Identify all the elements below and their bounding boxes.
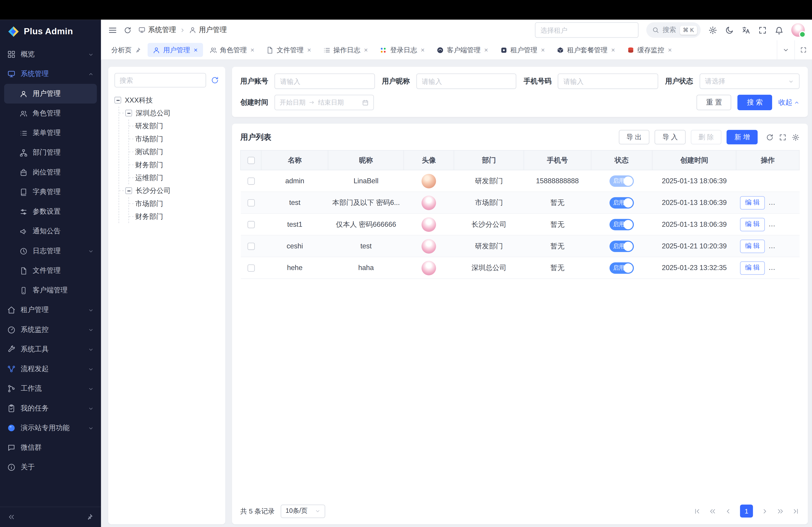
delete-button[interactable]: 删 除 xyxy=(770,217,795,231)
sidebar-item-workflow[interactable]: 工作流 xyxy=(0,379,101,398)
sidebar-toggle-icon[interactable] xyxy=(108,26,117,34)
close-icon[interactable]: × xyxy=(307,47,311,54)
status-toggle[interactable]: 启用 xyxy=(609,197,634,209)
fullscreen-icon[interactable] xyxy=(758,26,767,34)
select-all-checkbox[interactable] xyxy=(247,157,255,164)
global-search[interactable]: 搜索 ⌘ K xyxy=(646,22,700,38)
tab-analysis[interactable]: 分析页 xyxy=(106,43,146,57)
tab-tenant-package[interactable]: 租户套餐管理 × xyxy=(551,43,620,57)
sidebar-item-post-management[interactable]: 岗位管理 xyxy=(0,163,101,182)
sidebar-item-param-settings[interactable]: 参数设置 xyxy=(0,202,101,221)
table-row[interactable]: hehe haha 深圳总公司 暂无 启用 2025-01-23 13:32:3… xyxy=(241,257,799,278)
table-row[interactable]: test 本部门及以下 密码6... 市场部门 暂无 启用 2025-01-13… xyxy=(241,192,799,213)
tree-node-leaf[interactable]: 测试部门 xyxy=(129,146,219,158)
close-icon[interactable]: × xyxy=(250,47,254,54)
content-fullscreen-button[interactable] xyxy=(794,40,812,60)
tree-node-leaf[interactable]: 研发部门 xyxy=(129,119,219,132)
status-select[interactable]: 请选择 xyxy=(699,74,800,89)
table-row[interactable]: ceshi test 研发部门 暂无 启用 2025-01-21 10:20:3… xyxy=(241,235,799,257)
tab-operation-log[interactable]: 操作日志 × xyxy=(318,43,373,57)
delete-button[interactable]: 删 除 xyxy=(770,239,795,253)
prev-pages-icon[interactable] xyxy=(709,507,716,515)
sidebar-item-about[interactable]: 关于 xyxy=(0,457,101,477)
close-icon[interactable]: × xyxy=(421,47,424,54)
tab-role-management[interactable]: 角色管理 × xyxy=(204,43,260,57)
tab-client-management[interactable]: 客户端管理 × xyxy=(431,43,493,57)
sidebar-item-my-tasks[interactable]: 我的任务 xyxy=(0,398,101,418)
first-page-icon[interactable] xyxy=(693,507,700,515)
import-button[interactable]: 导 入 xyxy=(655,130,685,144)
created-date-range[interactable]: 开始日期 结束日期 xyxy=(275,95,374,110)
close-icon[interactable]: × xyxy=(484,47,488,54)
row-checkbox[interactable] xyxy=(247,178,255,185)
tree-node-leaf[interactable]: 市场部门 xyxy=(129,197,219,210)
tab-cache-monitor[interactable]: 缓存监控 × xyxy=(622,43,677,57)
page-size-select[interactable]: 10条/页 xyxy=(281,504,325,518)
sidebar-item-file-management[interactable]: 文件管理 xyxy=(0,261,101,281)
sidebar-item-tenant-management[interactable]: 租户管理 xyxy=(0,300,101,320)
tenant-select[interactable] xyxy=(535,22,638,38)
last-page-icon[interactable] xyxy=(792,507,800,515)
user-avatar[interactable] xyxy=(791,23,805,37)
tree-node-branch[interactable]: 深圳总公司 xyxy=(119,107,219,119)
tab-tenant-management[interactable]: 租户管理 × xyxy=(495,43,550,57)
tree-node-leaf[interactable]: 财务部门 xyxy=(129,159,219,171)
sidebar-item-client-management[interactable]: 客户端管理 xyxy=(0,281,101,300)
collapse-sidebar-icon[interactable] xyxy=(8,513,15,521)
search-button[interactable]: 搜 索 xyxy=(738,95,772,110)
nickname-input[interactable] xyxy=(416,74,516,89)
add-button[interactable]: 新 增 xyxy=(727,130,758,144)
breadcrumb-item[interactable]: 系统管理 xyxy=(138,25,176,34)
close-icon[interactable]: × xyxy=(668,47,672,54)
tree-node-leaf[interactable]: 运维部门 xyxy=(129,171,219,184)
sidebar-item-dict-management[interactable]: 字典管理 xyxy=(0,182,101,202)
status-toggle[interactable]: 启用 xyxy=(609,219,634,230)
next-page-icon[interactable] xyxy=(761,507,768,515)
close-icon[interactable]: × xyxy=(364,47,368,54)
sidebar-item-demo-features[interactable]: 演示站专用功能 xyxy=(0,418,101,438)
tab-file-management[interactable]: 文件管理 × xyxy=(261,43,317,57)
collapse-node-icon[interactable] xyxy=(126,110,132,117)
pin-icon[interactable] xyxy=(135,47,141,53)
tab-list-dropdown[interactable] xyxy=(777,40,794,60)
sidebar-item-process-start[interactable]: 流程发起 xyxy=(0,359,101,379)
edit-button[interactable]: 编 辑 xyxy=(740,239,765,253)
next-pages-icon[interactable] xyxy=(777,507,784,515)
edit-button[interactable]: 编 辑 xyxy=(740,261,765,274)
pin-icon[interactable] xyxy=(86,513,93,521)
status-toggle[interactable]: 启用 xyxy=(609,175,634,187)
sidebar-item-wechat-group[interactable]: 微信群 xyxy=(0,438,101,457)
reset-button[interactable]: 重 置 xyxy=(697,95,731,110)
phone-input[interactable] xyxy=(558,74,658,89)
sidebar-item-role-management[interactable]: 角色管理 xyxy=(0,104,101,123)
tree-node-leaf[interactable]: 财务部门 xyxy=(129,210,219,223)
column-settings-icon[interactable] xyxy=(792,133,799,141)
edit-button[interactable]: 编 辑 xyxy=(740,196,765,209)
sidebar-item-overview[interactable]: 概览 xyxy=(0,44,101,64)
collapse-filters-link[interactable]: 收起 xyxy=(778,98,800,107)
tree-search-input[interactable] xyxy=(114,73,206,88)
tree-node-root[interactable]: XXX科技 xyxy=(114,94,219,107)
status-toggle[interactable]: 启用 xyxy=(609,262,634,274)
fullscreen-icon[interactable] xyxy=(779,133,786,141)
sidebar-item-user-management[interactable]: 用户管理 xyxy=(4,84,97,104)
export-button[interactable]: 导 出 xyxy=(619,130,649,144)
delete-button[interactable]: 删 除 xyxy=(770,261,795,274)
collapse-node-icon[interactable] xyxy=(126,187,132,194)
dark-mode-icon[interactable] xyxy=(725,26,734,34)
row-checkbox[interactable] xyxy=(247,199,255,207)
row-checkbox[interactable] xyxy=(247,221,255,228)
sidebar-item-notice[interactable]: 通知公告 xyxy=(0,222,101,241)
sidebar-item-menu-management[interactable]: 菜单管理 xyxy=(0,123,101,143)
settings-icon[interactable] xyxy=(709,26,717,34)
close-icon[interactable]: × xyxy=(194,47,198,54)
table-row[interactable]: admin LinaBell 研发部门 15888888888 启用 2025-… xyxy=(241,170,799,192)
tab-user-management[interactable]: 用户管理 × xyxy=(147,43,203,57)
sidebar-item-system-monitor[interactable]: 系统监控 xyxy=(0,320,101,340)
tab-login-log[interactable]: 登录日志 × xyxy=(375,43,430,57)
batch-delete-button[interactable]: 删 除 xyxy=(691,130,722,144)
status-toggle[interactable]: 启用 xyxy=(609,240,634,252)
close-icon[interactable]: × xyxy=(611,47,615,54)
sidebar-item-system-management[interactable]: 系统管理 xyxy=(0,64,101,84)
language-icon[interactable] xyxy=(742,26,751,34)
